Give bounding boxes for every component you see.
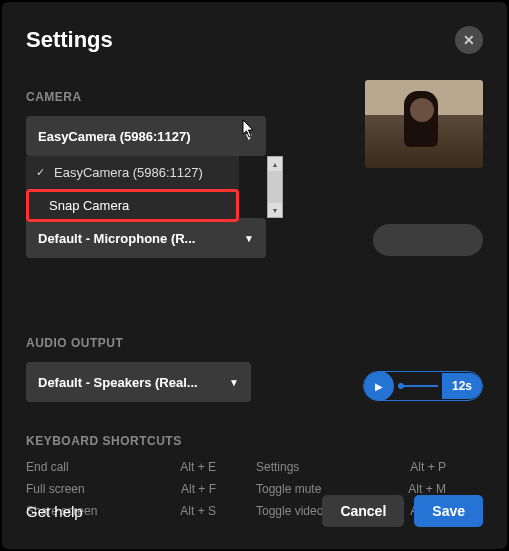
shortcut-key: Alt + E xyxy=(180,460,216,474)
scroll-up-icon[interactable]: ▴ xyxy=(268,157,282,171)
play-icon: ▶ xyxy=(375,381,383,392)
audio-output-dropdown[interactable]: Default - Speakers (Real... ▼ xyxy=(26,362,251,402)
camera-preview xyxy=(365,80,483,168)
microphone-dropdown[interactable]: Default - Microphone (R... ▼ xyxy=(26,218,266,258)
camera-option-easycamera[interactable]: ✓ EasyCamera (5986:1127) xyxy=(26,156,239,189)
audio-output-selected-label: Default - Speakers (Real... xyxy=(38,375,198,390)
shortcut-label: Settings xyxy=(256,460,299,474)
shortcut-row: End call Alt + E xyxy=(26,460,216,474)
save-button[interactable]: Save xyxy=(414,495,483,527)
shortcut-label: Toggle mute xyxy=(256,482,321,496)
scrollbar[interactable]: ▴ ▾ xyxy=(267,156,283,218)
microphone-selected-label: Default - Microphone (R... xyxy=(38,231,195,246)
play-button[interactable]: ▶ xyxy=(364,371,394,401)
camera-section-label: CAMERA xyxy=(26,90,266,104)
camera-dropdown[interactable]: EasyCamera (5986:1127) ▼ xyxy=(26,116,266,156)
shortcut-key: Alt + P xyxy=(410,460,446,474)
modal-header: Settings ✕ xyxy=(26,26,483,54)
mic-test-pill[interactable] xyxy=(373,224,483,256)
shortcut-row: Toggle mute Alt + M xyxy=(256,482,446,496)
shortcuts-section-label: KEYBOARD SHORTCUTS xyxy=(26,434,483,448)
chevron-down-icon: ▼ xyxy=(244,131,254,142)
shortcut-row: Settings Alt + P xyxy=(256,460,446,474)
shortcut-key: Alt + F xyxy=(181,482,216,496)
audio-progress-handle[interactable] xyxy=(398,383,404,389)
modal-title: Settings xyxy=(26,27,113,53)
audio-time-badge: 12s xyxy=(442,373,482,399)
scroll-down-icon[interactable]: ▾ xyxy=(268,203,282,217)
check-icon: ✓ xyxy=(36,166,46,179)
camera-dropdown-menu: ✓ EasyCamera (5986:1127) Snap Camera xyxy=(26,156,239,222)
get-help-link[interactable]: Get help xyxy=(26,503,83,520)
cancel-button[interactable]: Cancel xyxy=(322,495,404,527)
settings-modal: Settings ✕ CAMERA EasyCamera (5986:1127)… xyxy=(2,2,507,549)
audio-progress-track[interactable] xyxy=(398,385,438,387)
shortcut-label: Full screen xyxy=(26,482,85,496)
camera-option-snapcamera[interactable]: Snap Camera xyxy=(26,189,239,222)
shortcut-key: Alt + M xyxy=(408,482,446,496)
close-button[interactable]: ✕ xyxy=(455,26,483,54)
audio-output-section-label: AUDIO OUTPUT xyxy=(26,336,483,350)
camera-option-label: EasyCamera (5986:1127) xyxy=(54,165,203,180)
close-icon: ✕ xyxy=(463,32,475,48)
modal-footer: Get help Cancel Save xyxy=(26,495,483,527)
shortcut-row: Full screen Alt + F xyxy=(26,482,216,496)
shortcut-label: End call xyxy=(26,460,69,474)
audio-test-control: ▶ 12s xyxy=(363,371,483,401)
chevron-down-icon: ▼ xyxy=(229,377,239,388)
chevron-down-icon: ▼ xyxy=(244,233,254,244)
camera-option-label: Snap Camera xyxy=(49,198,129,213)
audio-output-section: AUDIO OUTPUT Default - Speakers (Real...… xyxy=(26,336,483,410)
camera-selected-label: EasyCamera (5986:1127) xyxy=(38,129,191,144)
